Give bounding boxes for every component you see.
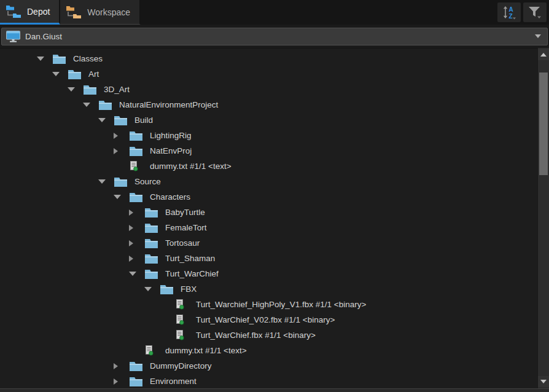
expander-slot xyxy=(112,133,130,139)
collapse-icon[interactable] xyxy=(37,57,44,61)
depot-folders-icon xyxy=(6,4,21,19)
tree-row[interactable]: Turt_WarChief_V02.fbx #1/1 <binary> xyxy=(0,312,537,327)
tree-item-label: Turt_WarChief xyxy=(165,269,219,278)
filter-button[interactable] xyxy=(523,2,547,22)
tree-row[interactable]: NatEnvProj xyxy=(0,143,537,159)
icon-slot xyxy=(130,161,144,171)
icon-slot xyxy=(145,208,160,218)
tree-row[interactable]: Characters xyxy=(0,189,537,205)
tabbar-spacer xyxy=(141,0,497,25)
icon-slot xyxy=(84,85,98,95)
collapse-icon[interactable] xyxy=(144,287,152,291)
icon-slot xyxy=(130,361,144,371)
expand-icon[interactable] xyxy=(129,225,133,231)
folder-icon xyxy=(160,284,173,294)
expander-slot xyxy=(112,195,130,199)
folder-icon xyxy=(130,146,142,156)
tree-row[interactable]: DummyDirectory xyxy=(0,358,537,374)
tree-item-label: Art xyxy=(88,69,99,79)
expand-icon[interactable] xyxy=(114,363,118,369)
expander-slot xyxy=(112,363,130,369)
svg-text:Z: Z xyxy=(509,13,513,20)
expand-icon[interactable] xyxy=(114,133,118,139)
expand-icon[interactable] xyxy=(129,210,133,216)
svg-text:A: A xyxy=(509,6,513,13)
expander-slot xyxy=(128,240,145,246)
expander-slot xyxy=(51,72,68,76)
tree-row[interactable]: dummy.txt #1/1 <text> xyxy=(0,343,537,358)
tree-row[interactable]: Turt_Shaman xyxy=(0,251,537,266)
expander-slot xyxy=(112,148,130,154)
tree-item-label: Tortosaur xyxy=(165,238,200,248)
expand-icon[interactable] xyxy=(114,148,118,154)
tree-row[interactable]: Source xyxy=(0,174,537,189)
folder-icon xyxy=(68,69,81,79)
collapse-icon[interactable] xyxy=(98,118,106,122)
scrollbar-thumb[interactable] xyxy=(539,73,548,175)
folder-icon xyxy=(130,192,142,202)
tree-row[interactable]: Environment xyxy=(0,374,537,388)
tree-row[interactable]: FemaleTort xyxy=(0,220,537,235)
file-icon xyxy=(176,315,184,325)
up-arrow-icon xyxy=(540,53,547,57)
tree-item-label: DummyDirectory xyxy=(150,361,212,370)
folder-icon xyxy=(130,361,142,371)
tree-item-label: dummy.txt #1/1 <text> xyxy=(165,346,247,355)
icon-slot xyxy=(176,315,190,325)
expand-icon[interactable] xyxy=(129,256,133,262)
collapse-icon[interactable] xyxy=(98,179,106,184)
scroll-up-button[interactable] xyxy=(538,49,549,60)
tree-row[interactable]: dummy.txt #1/1 <text> xyxy=(0,159,537,174)
down-arrow-icon xyxy=(540,380,547,383)
tree-row[interactable]: Turt_WarChief xyxy=(0,266,537,281)
tree-item-label: Classes xyxy=(73,54,103,63)
vertical-scrollbar[interactable] xyxy=(537,48,549,388)
folder-icon xyxy=(145,208,158,218)
tree-item-label: Characters xyxy=(150,192,190,202)
tab-depot[interactable]: Depot xyxy=(0,0,60,25)
expand-icon[interactable] xyxy=(129,240,133,246)
tree-row[interactable]: Classes xyxy=(0,51,537,66)
tree-row[interactable]: Turt_Warchief_HighPoly_V1.fbx #1/1 <bina… xyxy=(0,297,537,312)
expander-slot xyxy=(97,179,114,184)
tree-item-label: Environment xyxy=(150,377,197,386)
tree-row[interactable]: Build xyxy=(0,112,537,128)
icon-slot xyxy=(145,345,160,356)
file-icon xyxy=(176,330,184,340)
folder-icon xyxy=(114,116,127,125)
collapse-icon[interactable] xyxy=(52,72,60,76)
icon-slot xyxy=(130,146,144,156)
tree-row[interactable]: LightingRig xyxy=(0,128,537,143)
tree-item-label: Turt_Shaman xyxy=(165,254,215,263)
tab-workspace[interactable]: Workspace xyxy=(60,0,141,25)
tab-depot-label: Depot xyxy=(27,7,50,17)
collapse-icon[interactable] xyxy=(114,195,121,199)
folder-icon xyxy=(145,254,158,264)
collapse-icon[interactable] xyxy=(129,272,136,276)
icon-slot xyxy=(114,116,129,125)
tree-row[interactable]: Turt_WarChief.fbx #1/1 <binary> xyxy=(0,327,537,343)
expander-slot xyxy=(143,287,160,291)
expand-icon[interactable] xyxy=(114,378,118,385)
tree-item-label: Turt_Warchief_HighPoly_V1.fbx #1/1 <bina… xyxy=(196,300,366,309)
tree-row[interactable]: FBX xyxy=(0,281,537,297)
icon-slot xyxy=(145,254,160,264)
tree-row[interactable]: BabyTurtle xyxy=(0,205,537,220)
file-icon xyxy=(145,345,154,356)
tree-item-label: FBX xyxy=(181,284,197,294)
tree-row[interactable]: Tortosaur xyxy=(0,235,537,251)
file-icon xyxy=(130,161,138,171)
tree-row[interactable]: NaturalEnvironmentProject xyxy=(0,97,537,112)
sort-button[interactable]: A Z xyxy=(497,2,521,22)
sort-alpha-icon: A Z xyxy=(502,5,516,20)
tree-row[interactable]: 3D_Art xyxy=(0,82,537,97)
expander-slot xyxy=(36,57,53,61)
collapse-icon[interactable] xyxy=(68,87,75,92)
depot-panel: Depot Workspace A Z xyxy=(0,0,549,392)
connection-dropdown[interactable]: Dan.Giust xyxy=(1,28,548,45)
tree-row[interactable]: Art xyxy=(0,66,537,82)
scroll-down-button[interactable] xyxy=(538,376,549,387)
tree-item-label: dummy.txt #1/1 <text> xyxy=(150,162,232,171)
collapse-icon[interactable] xyxy=(83,103,90,107)
expander-slot xyxy=(112,378,130,385)
